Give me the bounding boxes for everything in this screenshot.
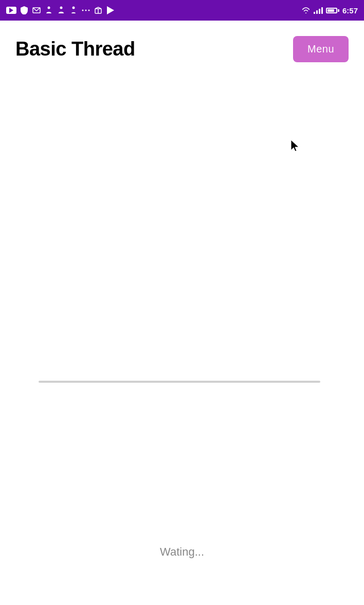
- svg-marker-9: [107, 6, 114, 14]
- menu-button[interactable]: Menu: [293, 36, 349, 62]
- figure3-icon: [69, 6, 78, 15]
- status-time: 6:57: [342, 6, 358, 15]
- waiting-text: Wating...: [160, 545, 204, 559]
- svg-point-5: [85, 10, 87, 11]
- mouse-cursor: [290, 139, 302, 153]
- figure2-icon: [57, 6, 66, 15]
- svg-point-1: [48, 7, 50, 9]
- svg-point-6: [88, 10, 90, 11]
- wifi-icon: [301, 6, 311, 15]
- main-content: Wating...: [0, 77, 364, 605]
- status-bar-right-icons: 6:57: [301, 6, 358, 15]
- svg-point-3: [72, 7, 75, 9]
- mail-icon: [32, 6, 41, 15]
- signal-icon: [314, 7, 323, 14]
- divider-line: [39, 381, 320, 383]
- shield-icon: [20, 6, 29, 15]
- status-bar-left-icons: [6, 6, 115, 15]
- package-icon: [94, 6, 103, 15]
- youtube-icon: [6, 7, 16, 14]
- battery-icon: [326, 8, 339, 13]
- page-title: Basic Thread: [15, 38, 135, 60]
- play-icon: [106, 6, 115, 15]
- figure1-icon: [44, 6, 53, 15]
- app-header: Basic Thread Menu: [0, 21, 364, 77]
- dots-icon: [81, 6, 90, 15]
- svg-point-4: [82, 10, 84, 11]
- svg-point-2: [60, 7, 63, 9]
- status-bar: 6:57: [0, 0, 364, 21]
